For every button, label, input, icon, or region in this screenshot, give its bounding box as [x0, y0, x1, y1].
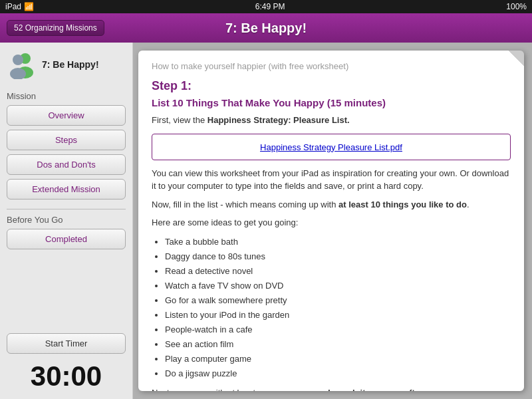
sidebar: 7: Be Happy! Mission Overview Steps Dos …	[0, 43, 133, 399]
status-right: 100%	[506, 2, 527, 11]
sidebar-mission-title: 7: Be Happy!	[42, 59, 99, 70]
ideas-intro: Here are some ideas to get you going:	[152, 216, 511, 229]
dos-and-donts-button[interactable]: Dos and Don'ts	[7, 154, 126, 175]
list-item: People-watch in a cafe	[165, 323, 511, 337]
list-item: Daggy dance to 80s tunes	[165, 249, 511, 264]
pdf-link-box: Happiness Strategy Pleasure List.pdf	[152, 134, 511, 160]
start-timer-button[interactable]: Start Timer	[7, 333, 126, 354]
list-item: Go for a walk somewhere pretty	[165, 293, 511, 308]
bullet-list: Take a bubble bathDaggy dance to 80s tun…	[165, 235, 511, 382]
device-label: iPad	[5, 2, 21, 11]
completed-button[interactable]: Completed	[7, 229, 126, 249]
content-card: How to make yourself happier (with free …	[138, 51, 524, 391]
battery-label: 100%	[506, 2, 527, 11]
list-item: Listen to your iPod in the garden	[165, 308, 511, 323]
missions-button[interactable]: 52 Organizing Missions	[7, 20, 104, 36]
sidebar-spacer	[7, 253, 126, 333]
para2: Now, fill in the list - which means comi…	[152, 198, 511, 211]
timer-display: 30:00	[7, 360, 126, 392]
main-layout: 7: Be Happy! Mission Overview Steps Dos …	[0, 43, 532, 399]
header-title: 7: Be Happy!	[225, 21, 307, 36]
pdf-link[interactable]: Happiness Strategy Pleasure List.pdf	[260, 142, 402, 152]
list-item: See an action film	[165, 337, 511, 352]
card-subtitle: How to make yourself happier (with free …	[152, 61, 511, 71]
header-bar: 52 Organizing Missions 7: Be Happy!	[0, 13, 532, 43]
intro-strong: Happiness Strategy: Pleasure List.	[207, 115, 350, 125]
extended-mission-button[interactable]: Extended Mission	[7, 179, 126, 200]
para3: Next, come up with at least one way you …	[152, 386, 511, 391]
list-item: Do a jigsaw puzzle	[165, 366, 511, 381]
avatar-icon	[7, 49, 37, 79]
intro-text: First, view the Happiness Strategy: Plea…	[152, 114, 511, 127]
status-left: iPad 📶	[5, 2, 34, 11]
list-item: Read a detective novel	[165, 264, 511, 279]
step1-label: Step 1:	[152, 79, 511, 93]
list-item: Watch a fave TV show on DVD	[165, 279, 511, 293]
sidebar-profile: 7: Be Happy!	[7, 49, 126, 79]
para3-strong: do each item more often	[325, 388, 425, 391]
before-you-go-label: Before You Go	[7, 215, 126, 225]
content-area: How to make yourself happier (with free …	[133, 43, 532, 399]
sidebar-divider	[7, 209, 126, 209]
wifi-icon: 📶	[24, 2, 34, 11]
para1: You can view this worksheet from your iP…	[152, 167, 511, 193]
overview-button[interactable]: Overview	[7, 105, 126, 126]
status-bar: iPad 📶 6:49 PM 100%	[0, 0, 532, 13]
status-time: 6:49 PM	[255, 2, 285, 11]
list-item: Play a computer game	[165, 352, 511, 366]
step1-heading: List 10 Things That Make You Happy (15 m…	[152, 97, 511, 108]
para2-strong: at least 10 things you like to do	[338, 200, 467, 209]
steps-button[interactable]: Steps	[7, 130, 126, 150]
list-item: Take a bubble bath	[165, 235, 511, 249]
svg-point-2	[13, 55, 23, 65]
mission-label: Mission	[7, 91, 126, 101]
